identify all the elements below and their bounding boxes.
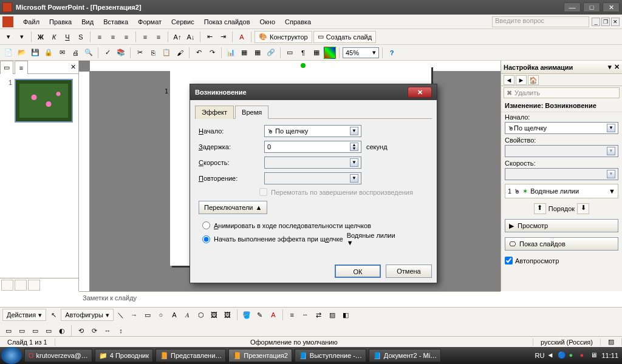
numbering-button[interactable]: ≡ [139, 31, 151, 43]
delete-effect-button[interactable]: ✖ Удалить [504, 87, 620, 98]
nav-back-button[interactable]: ◄ [504, 75, 514, 85]
extra-btn-2[interactable]: ▭ [16, 325, 28, 337]
color-button[interactable] [324, 47, 336, 59]
tray-icon-4[interactable]: ● [579, 351, 588, 360]
taskpane-close-icon[interactable]: ✕ [614, 63, 620, 71]
help-button[interactable]: ? [386, 47, 398, 59]
taskbar-item-0[interactable]: Okrutoverzeva@… [24, 349, 92, 362]
design-button[interactable]: 🎨Конструктор [255, 31, 312, 43]
mdi-restore[interactable]: ❐ [601, 18, 610, 26]
chart-button[interactable]: 📊 [225, 47, 237, 59]
taskbar-item-3[interactable]: 📙Презентация2 [228, 349, 292, 362]
cut-button[interactable]: ✂ [134, 47, 146, 59]
diagram-button[interactable]: ⬡ [195, 309, 207, 321]
wordart-button[interactable]: 𝐴 [182, 309, 194, 321]
close-button[interactable]: ✕ [603, 2, 620, 12]
copy-button[interactable]: ⎘ [147, 47, 159, 59]
reorder-down-button[interactable]: ⬇ [577, 203, 589, 214]
dash-style-button[interactable]: ┄ [299, 309, 312, 321]
menu-insert[interactable]: Вставка [98, 17, 133, 27]
tray-icon-1[interactable]: ◄ [547, 351, 555, 360]
extra-btn-7[interactable]: ⟳ [88, 325, 100, 337]
arrow-style-button[interactable]: ⇄ [313, 309, 325, 321]
font-dropdown[interactable]: ▾ [2, 31, 15, 43]
mdi-minimize[interactable]: _ [592, 18, 600, 26]
slideshow-button[interactable]: 🖵 Показ слайдов [505, 237, 618, 251]
table-button[interactable]: ▦ [238, 47, 250, 59]
italic-button[interactable]: К [48, 31, 60, 43]
actions-menu[interactable]: Действия ▾ [2, 309, 46, 321]
menu-edit[interactable]: Правка [44, 17, 77, 27]
menu-view[interactable]: Вид [77, 17, 98, 27]
menu-slideshow[interactable]: Показ слайдов [199, 17, 255, 27]
taskbar-item-5[interactable]: 📘Документ2 - Mi… [369, 349, 441, 362]
tab-timing[interactable]: Время [235, 106, 268, 119]
line-color-button[interactable]: ✎ [254, 309, 266, 321]
paste-button[interactable]: 📋 [160, 47, 173, 59]
shadow-style-button[interactable]: ▨ [326, 309, 338, 321]
font-color-button-2[interactable]: A [267, 309, 279, 321]
tp-speed-combo[interactable]: ▼ [505, 168, 618, 180]
rectangle-button[interactable]: ▭ [142, 309, 154, 321]
nav-forward-button[interactable]: ► [516, 75, 527, 85]
ok-button[interactable]: ОК [335, 265, 381, 278]
extra-btn-9[interactable]: ↕ [115, 325, 127, 337]
maximize-button[interactable]: □ [583, 2, 600, 12]
textbox-button[interactable]: A [168, 309, 180, 321]
redo-button[interactable]: ↷ [206, 47, 218, 59]
reorder-up-button[interactable]: ⬆ [534, 203, 546, 214]
preview-button[interactable]: 🔍 [83, 47, 95, 59]
extra-btn-5[interactable]: ◐ [56, 325, 68, 337]
tab-effect[interactable]: Эффект [195, 106, 234, 119]
dlg-speed-combo[interactable]: ▼ [264, 157, 361, 169]
decrease-indent-button[interactable]: ⇤ [203, 31, 216, 43]
format-painter-button[interactable]: 🖌 [174, 47, 186, 59]
expand-all-button[interactable]: ▭ [284, 47, 296, 59]
zoom-combo[interactable]: 45%▾ [343, 47, 379, 58]
menu-format[interactable]: Формат [133, 17, 166, 27]
tables-borders-button[interactable]: ▦ [251, 47, 264, 59]
print-button[interactable]: 🖨 [69, 47, 81, 59]
radio-on-click[interactable]: Начать выполнение эффекта при щелчке Вод… [202, 232, 428, 246]
menu-help[interactable]: Справка [280, 17, 316, 27]
oval-button[interactable]: ○ [155, 309, 167, 321]
email-button[interactable]: ✉ [56, 47, 68, 59]
autopreview-checkbox[interactable]: Автопросмотр [505, 257, 618, 265]
align-right-button[interactable]: ≡ [120, 31, 132, 43]
notes-pane[interactable]: Заметки к слайду [79, 291, 501, 306]
menu-tools[interactable]: Сервис [166, 17, 199, 27]
close-panel-icon[interactable]: ✕ [68, 61, 78, 73]
tp-start-combo[interactable]: По щелчку ▼ [505, 122, 618, 134]
decrease-font-button[interactable]: A↓ [185, 31, 197, 43]
extra-btn-8[interactable]: ↔ [101, 325, 114, 337]
slides-tab[interactable]: ≡ [15, 61, 28, 74]
dlg-repeat-combo[interactable]: ▼ [264, 172, 361, 184]
animation-list-item[interactable]: 1 ✶ Водяные лилии ▼ [505, 184, 618, 198]
extra-btn-6[interactable]: ⟲ [75, 325, 87, 337]
start-button[interactable] [1, 347, 22, 364]
tray-icon-3[interactable]: ● [569, 351, 577, 360]
taskbar-item-1[interactable]: 📁4 Проводник [95, 349, 153, 362]
fontsize-dropdown[interactable]: ▾ [16, 31, 28, 43]
help-search-input[interactable]: Введите вопрос [492, 16, 589, 27]
slideshow-view-button[interactable] [28, 280, 40, 291]
taskpane-dropdown-icon[interactable]: ▾ [608, 63, 612, 71]
picture-button[interactable]: 🖼 [222, 309, 234, 321]
select-button[interactable]: ↖ [47, 309, 60, 321]
minimize-button[interactable]: — [564, 2, 581, 12]
clock[interactable]: 11:11 [601, 352, 618, 359]
outline-tab[interactable]: ▭ [0, 61, 13, 74]
font-color-button[interactable]: A [236, 31, 248, 43]
menu-window[interactable]: Окно [255, 17, 281, 27]
new-button[interactable]: 📄 [2, 47, 15, 59]
mdi-close[interactable]: ✕ [611, 18, 620, 26]
increase-font-button[interactable]: A↑ [171, 31, 183, 43]
extra-btn-4[interactable]: ▭ [43, 325, 55, 337]
align-left-button[interactable]: ≡ [94, 31, 106, 43]
hyperlink-button[interactable]: 🔗 [265, 47, 277, 59]
dialog-close-button[interactable]: ✕ [408, 87, 432, 98]
taskbar-item-4[interactable]: 📘Выступление -… [295, 349, 366, 362]
arrow-button[interactable]: → [128, 309, 140, 321]
normal-view-button[interactable] [1, 280, 13, 291]
increase-indent-button[interactable]: ⇥ [217, 31, 229, 43]
